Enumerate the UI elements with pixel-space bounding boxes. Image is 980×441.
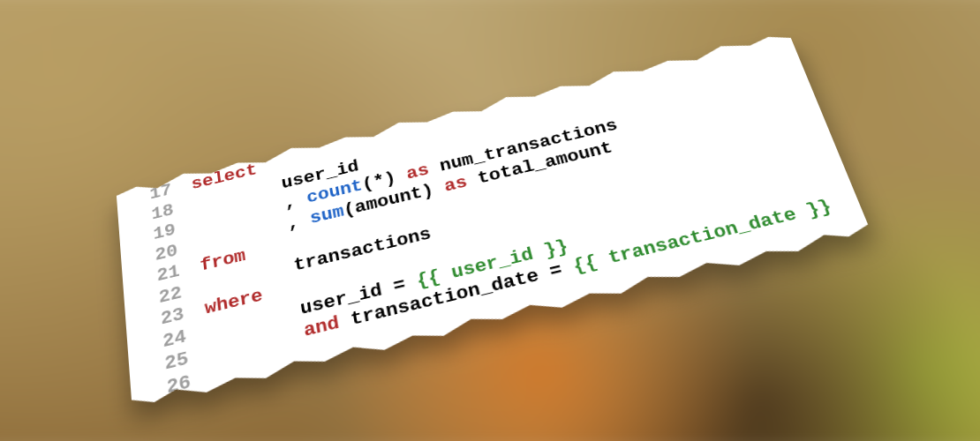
code-snippet-paper: 17select18 user_id19 , count(*) as num_t… — [116, 28, 873, 415]
perspective-stage: 17select18 user_id19 , count(*) as num_t… — [0, 0, 980, 441]
paper-wrap: 17select18 user_id19 , count(*) as num_t… — [116, 28, 873, 415]
